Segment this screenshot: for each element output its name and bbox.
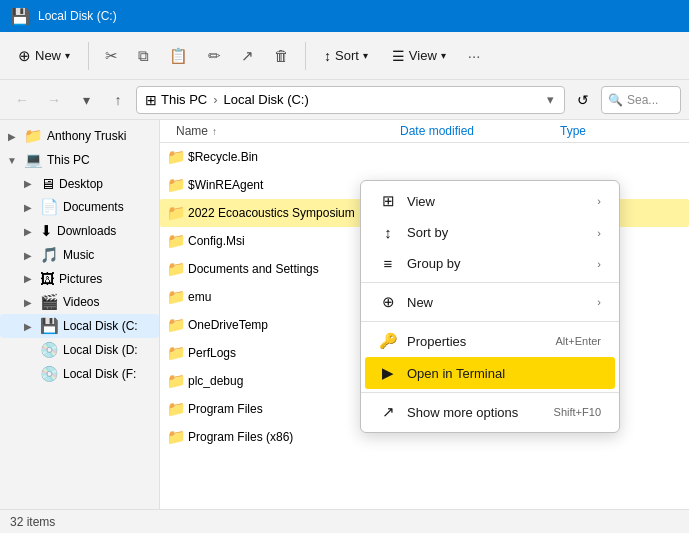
copy-button[interactable]: ⧉	[130, 41, 157, 71]
item-icon: 💿	[40, 365, 59, 383]
col-name-header: Name ↑	[160, 124, 400, 138]
more-button[interactable]: ···	[460, 41, 489, 70]
sidebar-label: Documents	[63, 200, 124, 214]
file-icon: 📁	[164, 372, 188, 390]
search-icon: 🔍	[608, 93, 623, 107]
sidebar-label: Local Disk (F:	[63, 367, 136, 381]
address-this-pc: This PC	[161, 92, 207, 107]
sort-arrow-icon: ↑	[212, 126, 217, 137]
title-bar: 💾 Local Disk (C:)	[0, 0, 689, 32]
view-chevron-icon: ▾	[441, 50, 446, 61]
ctx-shortcut: Alt+Enter	[555, 335, 601, 347]
sidebar-item-music[interactable]: ▶ 🎵 Music	[0, 243, 159, 267]
sidebar-label: Music	[63, 248, 94, 262]
file-icon: 📁	[164, 428, 188, 446]
toolbar-separator-2	[305, 42, 306, 70]
col-type-header: Type	[560, 124, 689, 138]
file-icon: 📁	[164, 316, 188, 334]
address-sep-1: ›	[213, 92, 217, 107]
file-row[interactable]: 📁 $Recycle.Bin	[160, 143, 689, 171]
sidebar-item-desktop[interactable]: ▶ 🖥 Desktop	[0, 172, 159, 195]
item-icon: 🖼	[40, 270, 55, 287]
view-button[interactable]: ☰ View ▾	[382, 42, 456, 70]
context-menu-item-new[interactable]: ⊕ New ›	[365, 286, 615, 318]
view-icon: ☰	[392, 48, 405, 64]
item-icon: 🎬	[40, 293, 59, 311]
up-button[interactable]: ↑	[104, 86, 132, 114]
ctx-arrow-icon: ›	[597, 296, 601, 308]
ctx-label: View	[407, 194, 587, 209]
new-label: New	[35, 48, 61, 63]
sidebar-item-thispc[interactable]: ▼ 💻 This PC	[0, 148, 159, 172]
context-menu-separator	[361, 392, 619, 393]
context-menu-item-showmoreoptions[interactable]: ↗ Show more options Shift+F10	[365, 396, 615, 428]
file-icon: 📁	[164, 148, 188, 166]
ctx-label: Properties	[407, 334, 545, 349]
expand-icon: ▶	[20, 297, 36, 308]
back-button[interactable]: ←	[8, 86, 36, 114]
title-bar-icon: 💾	[10, 7, 30, 26]
sort-button[interactable]: ↕ Sort ▾	[314, 42, 378, 70]
ctx-shortcut: Shift+F10	[554, 406, 601, 418]
item-icon: 💻	[24, 151, 43, 169]
status-bar: 32 items	[0, 509, 689, 533]
share-button[interactable]: ↗	[233, 41, 262, 71]
item-icon: 🎵	[40, 246, 59, 264]
sort-icon: ↕	[324, 48, 331, 64]
item-icon: 🖥	[40, 175, 55, 192]
item-icon: 💿	[40, 341, 59, 359]
ctx-label: Sort by	[407, 225, 587, 240]
view-label: View	[409, 48, 437, 63]
sidebar-item-documents[interactable]: ▶ 📄 Documents	[0, 195, 159, 219]
toolbar-separator-1	[88, 42, 89, 70]
sidebar-item-pictures[interactable]: ▶ 🖼 Pictures	[0, 267, 159, 290]
ctx-label: Open in Terminal	[407, 366, 601, 381]
forward-button[interactable]: →	[40, 86, 68, 114]
search-placeholder: Sea...	[627, 93, 658, 107]
sidebar: ▶ 📁 Anthony Truski ▼ 💻 This PC ▶ 🖥 Deskt…	[0, 120, 160, 509]
file-icon: 📁	[164, 176, 188, 194]
sidebar-item-localdiskc[interactable]: ▶ 💾 Local Disk (C:	[0, 314, 159, 338]
expand-icon: ▶	[20, 178, 36, 189]
paste-button[interactable]: 📋	[161, 41, 196, 71]
new-button[interactable]: ⊕ New ▾	[8, 41, 80, 71]
file-icon: 📁	[164, 260, 188, 278]
delete-button[interactable]: 🗑	[266, 41, 297, 70]
address-dropdown-icon: ▾	[547, 92, 554, 107]
ctx-label: Group by	[407, 256, 587, 271]
cut-button[interactable]: ✂	[97, 41, 126, 71]
file-icon: 📁	[164, 232, 188, 250]
sidebar-item-localdiskf[interactable]: 💿 Local Disk (F:	[0, 362, 159, 386]
address-bar-grid-icon: ⊞	[145, 92, 157, 108]
toolbar: ⊕ New ▾ ✂ ⧉ 📋 ✏ ↗ 🗑 ↕ Sort ▾ ☰ View ▾ ··…	[0, 32, 689, 80]
sidebar-label: Local Disk (D:	[63, 343, 138, 357]
col-date-header: Date modified	[400, 124, 560, 138]
context-menu-item-groupby[interactable]: ≡ Group by ›	[365, 248, 615, 279]
new-chevron-icon: ▾	[65, 50, 70, 61]
sidebar-item-videos[interactable]: ▶ 🎬 Videos	[0, 290, 159, 314]
sidebar-item-anthony[interactable]: ▶ 📁 Anthony Truski	[0, 124, 159, 148]
context-menu-item-sortby[interactable]: ↕ Sort by ›	[365, 217, 615, 248]
file-icon: 📁	[164, 400, 188, 418]
sidebar-item-downloads[interactable]: ▶ ⬇ Downloads	[0, 219, 159, 243]
search-box[interactable]: 🔍 Sea...	[601, 86, 681, 114]
sidebar-label: Anthony Truski	[47, 129, 126, 143]
expand-icon: ▶	[20, 250, 36, 261]
address-bar[interactable]: ⊞ This PC › Local Disk (C:) ▾	[136, 86, 565, 114]
sidebar-item-localdiskd[interactable]: 💿 Local Disk (D:	[0, 338, 159, 362]
sidebar-label: Pictures	[59, 272, 102, 286]
ctx-icon: ↕	[379, 224, 397, 241]
rename-button[interactable]: ✏	[200, 41, 229, 71]
expand-icon: ▶	[20, 321, 36, 332]
ctx-arrow-icon: ›	[597, 258, 601, 270]
refresh-button[interactable]: ↺	[569, 86, 597, 114]
context-menu-item-properties[interactable]: 🔑 Properties Alt+Enter	[365, 325, 615, 357]
context-menu-item-openinterminal[interactable]: ▶ Open in Terminal	[365, 357, 615, 389]
item-icon: ⬇	[40, 222, 53, 240]
context-menu-item-view[interactable]: ⊞ View ›	[365, 185, 615, 217]
sidebar-label: Downloads	[57, 224, 116, 238]
sidebar-label: Desktop	[59, 177, 103, 191]
ctx-icon: 🔑	[379, 332, 397, 350]
context-menu: ⊞ View › ↕ Sort by › ≡ Group by › ⊕ New …	[360, 180, 620, 433]
recent-locations-button[interactable]: ▾	[72, 86, 100, 114]
